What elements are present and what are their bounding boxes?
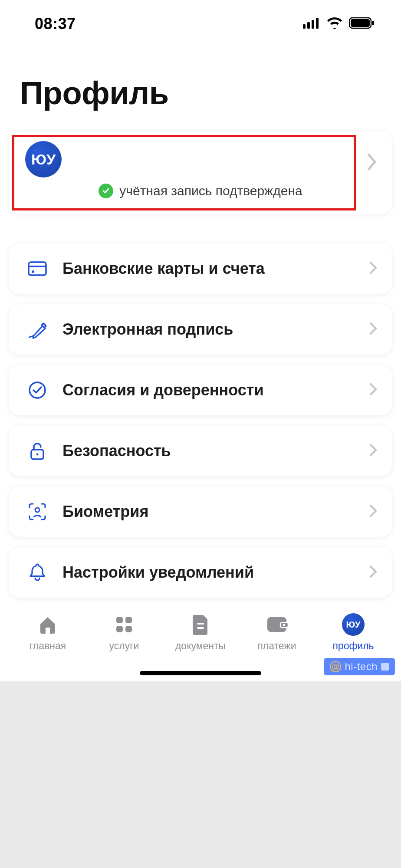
watermark-logo-icon	[381, 663, 389, 671]
status-bar: 08:37	[0, 0, 401, 48]
svg-rect-6	[372, 21, 374, 25]
profile-avatar-icon: ЮУ	[341, 612, 365, 637]
services-icon	[112, 612, 136, 637]
chevron-right-icon	[369, 322, 378, 337]
tab-label: профиль	[332, 640, 374, 652]
svg-point-12	[36, 454, 39, 456]
menu-label: Банковские карты и счета	[62, 260, 354, 278]
at-icon: @	[330, 661, 341, 672]
watermark: @ hi-tech	[324, 658, 395, 675]
svg-rect-17	[125, 626, 132, 632]
menu-item-e-signature[interactable]: Электронная подпись	[9, 304, 392, 355]
tab-label: документы	[175, 640, 226, 652]
menu-label: Электронная подпись	[62, 320, 354, 339]
home-icon	[36, 612, 60, 637]
svg-rect-2	[312, 20, 314, 29]
tab-home[interactable]: главная	[10, 612, 86, 681]
pen-icon	[27, 319, 48, 340]
menu-item-bank-cards[interactable]: Банковские карты и счета	[9, 243, 392, 294]
cropped-background	[0, 681, 401, 868]
chevron-right-icon	[369, 443, 378, 459]
chevron-right-icon	[369, 504, 378, 519]
chevron-right-icon	[366, 153, 378, 172]
menu-label: Безопасность	[62, 442, 354, 460]
svg-rect-1	[307, 22, 310, 29]
svg-point-13	[35, 508, 39, 512]
svg-rect-23	[381, 663, 389, 671]
highlight-annotation	[12, 135, 356, 210]
profile-card[interactable]: ЮУ учётная запись подтверждена	[9, 132, 392, 214]
chevron-right-icon	[369, 565, 378, 580]
svg-rect-8	[29, 266, 46, 267]
status-time: 08:37	[35, 15, 76, 33]
lock-icon	[27, 441, 48, 461]
watermark-text: hi-tech	[345, 661, 378, 673]
menu-item-security[interactable]: Безопасность	[9, 426, 392, 476]
svg-rect-0	[303, 24, 306, 29]
face-id-icon	[27, 501, 48, 522]
cellular-icon	[303, 17, 320, 30]
menu-label: Биометрия	[62, 503, 354, 521]
status-icons	[303, 17, 375, 31]
menu-item-biometrics[interactable]: Биометрия	[9, 487, 392, 537]
svg-rect-19	[197, 627, 204, 629]
svg-rect-14	[116, 617, 123, 623]
menu-label: Согласия и доверенности	[62, 381, 354, 399]
svg-rect-15	[125, 617, 132, 623]
bell-icon	[27, 562, 48, 583]
svg-rect-3	[316, 18, 319, 29]
svg-rect-16	[116, 626, 123, 632]
chevron-right-icon	[369, 261, 378, 276]
tab-label: главная	[30, 640, 66, 652]
menu-item-consents[interactable]: Согласия и доверенности	[9, 365, 392, 415]
svg-rect-18	[197, 623, 204, 625]
svg-point-9	[32, 270, 34, 273]
home-indicator	[140, 671, 261, 675]
menu-label: Настройки уведомлений	[62, 563, 354, 582]
menu-item-notifications[interactable]: Настройки уведомлений	[9, 547, 392, 598]
wallet-icon	[265, 612, 289, 637]
consent-icon	[27, 380, 48, 401]
wifi-icon	[326, 17, 343, 31]
card-icon	[27, 258, 48, 279]
documents-icon	[188, 612, 213, 637]
svg-point-22	[283, 624, 285, 626]
battery-icon	[349, 17, 375, 31]
svg-rect-5	[351, 19, 370, 27]
svg-rect-7	[29, 262, 46, 275]
tab-label: платежи	[257, 640, 296, 652]
page-title: Профиль	[20, 75, 392, 112]
tab-label: услуги	[109, 640, 139, 652]
svg-point-10	[30, 382, 45, 398]
chevron-right-icon	[369, 382, 378, 398]
